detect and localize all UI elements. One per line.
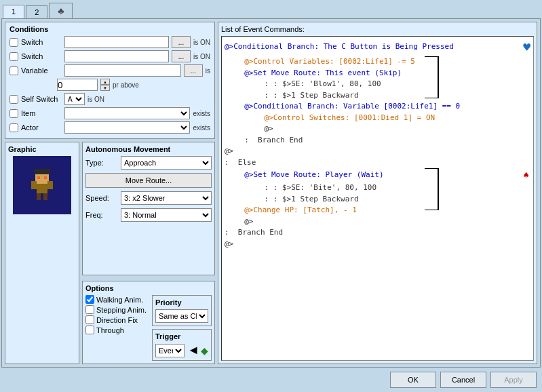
variable-dots-btn[interactable]: ... xyxy=(184,64,203,77)
event-line-8: @> xyxy=(225,123,530,135)
ok-button[interactable]: OK xyxy=(390,372,436,388)
trigger-title: Trigger xyxy=(155,332,208,340)
direction-fix-row: Direction Fix xyxy=(85,315,147,324)
pr-above-spinner[interactable]: ▲ ▼ xyxy=(100,79,110,91)
direction-fix-checkbox[interactable] xyxy=(85,315,94,324)
event-line-7: @>Control Switches: [0001:Died 1] = ON xyxy=(225,113,530,124)
priority-title: Priority xyxy=(155,298,208,307)
event-line-10: @> xyxy=(225,146,530,157)
left-bottom-row: Graphic xyxy=(5,142,215,364)
svg-rect-8 xyxy=(47,181,53,189)
through-row: Through xyxy=(85,326,147,334)
item-select[interactable] xyxy=(64,107,190,119)
actor-label: Actor xyxy=(21,123,62,132)
condition-row-selfswitch: Self Switch ABCD is ON xyxy=(9,93,210,105)
left-arrow-icon: ◄ xyxy=(187,343,199,357)
conditions-section: Conditions Switch ... is ON Switch ... i… xyxy=(5,22,215,139)
variable-label: Variable xyxy=(21,66,62,75)
selfswitch-checkbox[interactable] xyxy=(9,95,18,104)
priority-select[interactable]: Same as Characters Below Characters Abov… xyxy=(155,309,208,323)
main-content: Conditions Switch ... is ON Switch ... i… xyxy=(1,18,541,368)
tab-2[interactable]: 2 xyxy=(26,5,47,18)
condition-row-switch2: Switch ... is ON xyxy=(9,50,210,62)
event-line-12: @>Set Move Route: Player (Wait) xyxy=(225,170,384,181)
condition-row-actor: Actor exists xyxy=(9,121,210,134)
condition-row-switch1: Switch ... is ON xyxy=(9,36,210,48)
stepping-anim-checkbox[interactable] xyxy=(85,305,94,314)
svg-rect-3 xyxy=(37,176,40,179)
switch2-dots-btn[interactable]: ... xyxy=(172,50,191,62)
type-select[interactable]: Approach Fixed Random Walk Custom Route xyxy=(121,156,212,170)
priority-trigger-container: Priority Same as Characters Below Charac… xyxy=(152,295,212,361)
item-checkbox[interactable] xyxy=(9,109,18,118)
switch1-dots-btn[interactable]: ... xyxy=(172,36,191,48)
options-title: Options xyxy=(85,284,212,292)
svg-rect-2 xyxy=(34,169,50,174)
actor-checkbox[interactable] xyxy=(9,123,18,132)
options-section: Options Walking Anim. Stepping Anim. xyxy=(82,281,215,364)
event-line-11: : Else xyxy=(225,157,530,169)
graphic-preview[interactable] xyxy=(13,156,71,214)
actor-status: exists xyxy=(193,124,210,132)
tab-1[interactable]: 1 xyxy=(3,5,24,18)
pr-above-row: ▲ ▼ pr above xyxy=(9,79,210,91)
spin-up-btn[interactable]: ▲ xyxy=(100,79,110,85)
move-route-btn[interactable]: Move Route... xyxy=(85,173,212,188)
event-line-6: @>Conditional Branch: Variable [0002:Lif… xyxy=(225,101,530,113)
actor-select[interactable] xyxy=(64,121,190,134)
type-row: Type: Approach Fixed Random Walk Custom … xyxy=(85,156,212,170)
event-line-1-container: @>Conditional Branch: The C Button is Be… xyxy=(225,38,530,56)
walking-anim-row: Walking Anim. xyxy=(85,295,147,304)
cancel-button[interactable]: Cancel xyxy=(440,372,486,388)
trigger-arrow-indicator: ◄ ◆ xyxy=(187,343,208,357)
event-commands-panel: List of Event Commands: @>Conditional Br… xyxy=(218,22,537,364)
trigger-select[interactable]: Event Touch Action Button Player Touch A… xyxy=(155,344,185,357)
svg-rect-4 xyxy=(44,176,47,179)
left-panel: Conditions Switch ... is ON Switch ... i… xyxy=(5,22,215,364)
event-line-12-container: @>Set Move Route: Player (Wait) ♠ xyxy=(225,168,530,182)
walking-anim-checkbox[interactable] xyxy=(85,295,94,304)
graphic-section: Graphic xyxy=(5,142,79,364)
event-line-2: @>Control Variables: [0002:Life1] -= 5 xyxy=(225,56,530,68)
svg-rect-7 xyxy=(31,181,37,189)
type-label: Type: xyxy=(85,159,118,167)
direction-fix-label: Direction Fix xyxy=(96,316,138,324)
condition-row-item: Item exists xyxy=(9,107,210,119)
conditions-title: Conditions xyxy=(9,25,210,33)
selfswitch-status: is ON xyxy=(88,96,104,103)
variable-input[interactable] xyxy=(64,64,181,77)
tab-card[interactable]: ♣ xyxy=(49,3,73,18)
selfswitch-label: Self Switch xyxy=(21,95,62,103)
autonomous-movement-section: Autonomous Movement Type: Approach Fixed… xyxy=(82,142,215,275)
event-line-9: : Branch End xyxy=(225,135,530,146)
spin-down-btn[interactable]: ▼ xyxy=(100,85,110,91)
speed-select[interactable]: 3: x2 Slower 1: x8 Slower 2: x4 Slower 4… xyxy=(121,191,212,205)
switch1-status: is ON xyxy=(193,39,210,46)
item-status: exists xyxy=(193,110,210,117)
freq-select[interactable]: 3: Normal 1: Lowest 2: Lower 4: High 5: … xyxy=(121,208,212,222)
bracket-deco-1: ♥ xyxy=(523,38,530,56)
sprite-svg xyxy=(28,168,56,203)
trigger-row: Event Touch Action Button Player Touch A… xyxy=(155,343,208,357)
switch1-checkbox[interactable] xyxy=(9,38,18,47)
switch2-input[interactable] xyxy=(64,50,169,62)
bottom-bar: OK Cancel Apply xyxy=(0,368,542,392)
event-list[interactable]: @>Conditional Branch: The C Button is Be… xyxy=(221,36,534,361)
event-line-18: @> xyxy=(225,239,530,250)
event-commands-title: List of Event Commands: xyxy=(221,25,534,33)
variable-checkbox[interactable] xyxy=(9,66,18,75)
apply-button[interactable]: Apply xyxy=(490,372,537,388)
autonomous-movement-title: Autonomous Movement xyxy=(85,145,212,153)
right-sections: Autonomous Movement Type: Approach Fixed… xyxy=(82,142,215,364)
pr-above-label: pr above xyxy=(113,81,139,89)
selfswitch-select[interactable]: ABCD xyxy=(64,93,85,105)
diamond-icon: ◆ xyxy=(201,345,208,356)
through-checkbox[interactable] xyxy=(85,326,94,334)
switch2-checkbox[interactable] xyxy=(9,52,18,61)
heart-icon: ♥ xyxy=(523,38,530,56)
pr-above-input[interactable] xyxy=(57,79,98,91)
freq-row: Freq: 3: Normal 1: Lowest 2: Lower 4: Hi… xyxy=(85,208,212,222)
walking-anim-label: Walking Anim. xyxy=(96,296,143,304)
switch1-input[interactable] xyxy=(64,36,169,48)
bracket-group-1: @>Control Variables: [0002:Life1] -= 5 @… xyxy=(225,56,530,101)
